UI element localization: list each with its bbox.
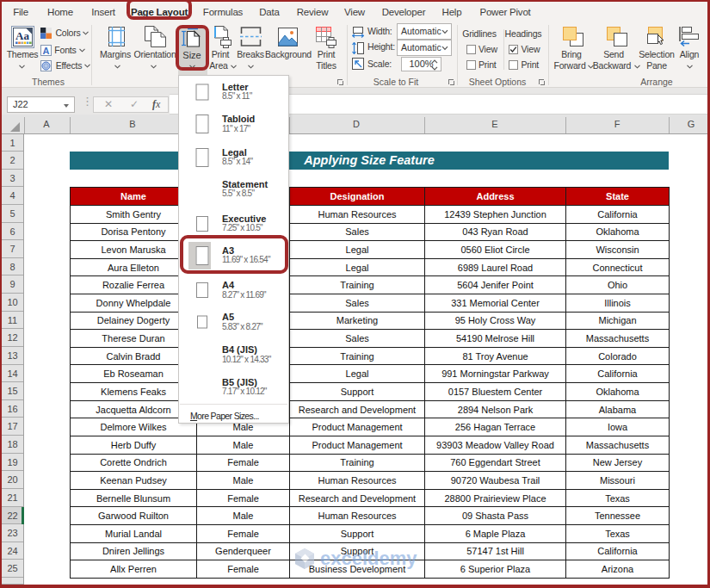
svg-text:Aa: Aa — [15, 29, 29, 42]
svg-text:A: A — [43, 46, 50, 56]
